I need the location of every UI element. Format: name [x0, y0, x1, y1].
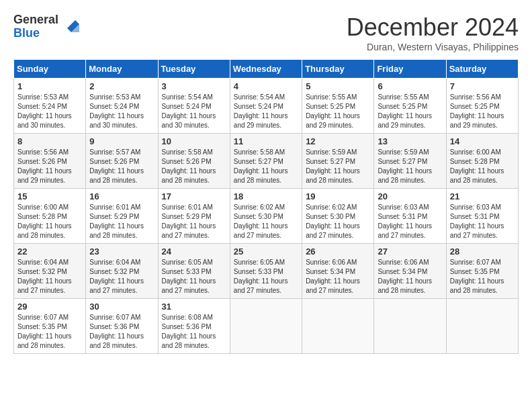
- table-row: 1 Sunrise: 5:53 AMSunset: 5:24 PMDayligh…: [14, 79, 86, 134]
- table-row: 29 Sunrise: 6:07 AMSunset: 5:35 PMDaylig…: [14, 299, 86, 354]
- day-info: Sunrise: 6:04 AMSunset: 5:32 PMDaylight:…: [89, 259, 144, 294]
- day-info: Sunrise: 5:55 AMSunset: 5:25 PMDaylight:…: [378, 93, 432, 129]
- header-thursday: Thursday: [302, 60, 374, 79]
- day-number: 5: [306, 81, 370, 91]
- day-number: 22: [17, 246, 82, 257]
- table-row: 3 Sunrise: 5:54 AMSunset: 5:24 PMDayligh…: [158, 79, 230, 134]
- calendar-row: 15 Sunrise: 6:00 AMSunset: 5:28 PMDaylig…: [14, 189, 519, 244]
- table-row: 15 Sunrise: 6:00 AMSunset: 5:28 PMDaylig…: [14, 189, 86, 244]
- table-row: 8 Sunrise: 5:56 AMSunset: 5:26 PMDayligh…: [14, 134, 86, 189]
- day-number: 8: [17, 136, 82, 146]
- calendar-header-row: Sunday Monday Tuesday Wednesday Thursday…: [14, 60, 519, 79]
- table-row: 9 Sunrise: 5:57 AMSunset: 5:26 PMDayligh…: [86, 134, 158, 189]
- table-row: [374, 299, 446, 354]
- logo-general: General: [13, 13, 58, 27]
- table-row: 18 Sunrise: 6:02 AMSunset: 5:30 PMDaylig…: [230, 189, 302, 244]
- table-row: 4 Sunrise: 5:54 AMSunset: 5:24 PMDayligh…: [230, 79, 302, 134]
- table-row: 28 Sunrise: 6:07 AMSunset: 5:35 PMDaylig…: [446, 244, 518, 299]
- day-info: Sunrise: 5:57 AMSunset: 5:26 PMDaylight:…: [89, 148, 144, 184]
- table-row: 31 Sunrise: 6:08 AMSunset: 5:36 PMDaylig…: [158, 299, 230, 354]
- logo-text: General Blue: [13, 13, 58, 40]
- month-title: December 2024: [347, 13, 519, 42]
- day-number: 2: [89, 81, 154, 91]
- table-row: [446, 299, 518, 354]
- day-info: Sunrise: 6:01 AMSunset: 5:29 PMDaylight:…: [89, 203, 144, 239]
- day-info: Sunrise: 6:07 AMSunset: 5:35 PMDaylight:…: [17, 314, 72, 349]
- table-row: [302, 299, 374, 354]
- day-number: 3: [162, 81, 226, 91]
- day-info: Sunrise: 5:54 AMSunset: 5:24 PMDaylight:…: [162, 93, 216, 129]
- day-number: 31: [162, 302, 226, 312]
- day-info: Sunrise: 6:02 AMSunset: 5:30 PMDaylight:…: [306, 203, 360, 239]
- table-row: 23 Sunrise: 6:04 AMSunset: 5:32 PMDaylig…: [86, 244, 158, 299]
- table-row: 27 Sunrise: 6:06 AMSunset: 5:34 PMDaylig…: [374, 244, 446, 299]
- day-number: 29: [17, 302, 82, 312]
- table-row: 5 Sunrise: 5:55 AMSunset: 5:25 PMDayligh…: [302, 79, 374, 134]
- logo-icon: [60, 15, 81, 35]
- table-row: 25 Sunrise: 6:05 AMSunset: 5:33 PMDaylig…: [230, 244, 302, 299]
- day-number: 25: [234, 246, 298, 257]
- header-monday: Monday: [86, 60, 158, 79]
- table-row: 2 Sunrise: 5:53 AMSunset: 5:24 PMDayligh…: [86, 79, 158, 134]
- day-number: 4: [234, 81, 298, 91]
- day-number: 16: [89, 191, 154, 201]
- table-row: 16 Sunrise: 6:01 AMSunset: 5:29 PMDaylig…: [86, 189, 158, 244]
- table-row: 14 Sunrise: 6:00 AMSunset: 5:28 PMDaylig…: [446, 134, 518, 189]
- header-wednesday: Wednesday: [230, 60, 302, 79]
- day-info: Sunrise: 6:07 AMSunset: 5:36 PMDaylight:…: [89, 314, 144, 349]
- day-info: Sunrise: 6:05 AMSunset: 5:33 PMDaylight:…: [162, 259, 216, 294]
- day-info: Sunrise: 5:55 AMSunset: 5:25 PMDaylight:…: [306, 93, 360, 129]
- logo-blue: Blue: [13, 27, 58, 40]
- day-info: Sunrise: 5:54 AMSunset: 5:24 PMDaylight:…: [234, 93, 288, 129]
- day-info: Sunrise: 5:59 AMSunset: 5:27 PMDaylight:…: [306, 148, 360, 184]
- day-info: Sunrise: 6:08 AMSunset: 5:36 PMDaylight:…: [162, 314, 216, 349]
- day-info: Sunrise: 5:53 AMSunset: 5:24 PMDaylight:…: [89, 93, 144, 129]
- day-number: 13: [378, 136, 442, 146]
- day-info: Sunrise: 5:56 AMSunset: 5:25 PMDaylight:…: [450, 93, 504, 129]
- day-number: 15: [17, 191, 82, 201]
- day-info: Sunrise: 6:07 AMSunset: 5:35 PMDaylight:…: [450, 259, 504, 294]
- table-row: 10 Sunrise: 5:58 AMSunset: 5:26 PMDaylig…: [158, 134, 230, 189]
- day-number: 11: [234, 136, 298, 146]
- day-info: Sunrise: 6:06 AMSunset: 5:34 PMDaylight:…: [378, 259, 432, 294]
- day-number: 30: [89, 302, 154, 312]
- table-row: 11 Sunrise: 5:58 AMSunset: 5:27 PMDaylig…: [230, 134, 302, 189]
- table-row: 26 Sunrise: 6:06 AMSunset: 5:34 PMDaylig…: [302, 244, 374, 299]
- day-info: Sunrise: 6:00 AMSunset: 5:28 PMDaylight:…: [17, 203, 72, 239]
- table-row: 20 Sunrise: 6:03 AMSunset: 5:31 PMDaylig…: [374, 189, 446, 244]
- table-row: 21 Sunrise: 6:03 AMSunset: 5:31 PMDaylig…: [446, 189, 518, 244]
- day-info: Sunrise: 5:56 AMSunset: 5:26 PMDaylight:…: [17, 148, 72, 184]
- day-number: 10: [162, 136, 226, 146]
- day-number: 23: [89, 246, 154, 257]
- table-row: 7 Sunrise: 5:56 AMSunset: 5:25 PMDayligh…: [446, 79, 518, 134]
- day-number: 17: [162, 191, 226, 201]
- calendar-row: 8 Sunrise: 5:56 AMSunset: 5:26 PMDayligh…: [14, 134, 519, 189]
- day-number: 9: [89, 136, 154, 146]
- day-number: 7: [450, 81, 515, 91]
- table-row: 6 Sunrise: 5:55 AMSunset: 5:25 PMDayligh…: [374, 79, 446, 134]
- logo: General Blue: [13, 13, 81, 40]
- day-info: Sunrise: 6:04 AMSunset: 5:32 PMDaylight:…: [17, 259, 72, 294]
- day-number: 12: [306, 136, 370, 146]
- title-section: December 2024 Duran, Western Visayas, Ph…: [347, 13, 519, 52]
- table-row: 12 Sunrise: 5:59 AMSunset: 5:27 PMDaylig…: [302, 134, 374, 189]
- table-row: 24 Sunrise: 6:05 AMSunset: 5:33 PMDaylig…: [158, 244, 230, 299]
- page-header: General Blue December 2024 Duran, Wester…: [13, 13, 519, 52]
- day-info: Sunrise: 6:03 AMSunset: 5:31 PMDaylight:…: [378, 203, 432, 239]
- calendar-row: 1 Sunrise: 5:53 AMSunset: 5:24 PMDayligh…: [14, 79, 519, 134]
- header-friday: Friday: [374, 60, 446, 79]
- day-number: 6: [378, 81, 442, 91]
- day-info: Sunrise: 5:59 AMSunset: 5:27 PMDaylight:…: [378, 148, 432, 184]
- header-saturday: Saturday: [446, 60, 518, 79]
- calendar-row: 29 Sunrise: 6:07 AMSunset: 5:35 PMDaylig…: [14, 299, 519, 354]
- table-row: 13 Sunrise: 5:59 AMSunset: 5:27 PMDaylig…: [374, 134, 446, 189]
- day-number: 26: [306, 246, 370, 257]
- day-number: 27: [378, 246, 442, 257]
- day-number: 21: [450, 191, 515, 201]
- day-info: Sunrise: 6:06 AMSunset: 5:34 PMDaylight:…: [306, 259, 360, 294]
- header-sunday: Sunday: [14, 60, 86, 79]
- calendar-table: Sunday Monday Tuesday Wednesday Thursday…: [13, 59, 519, 354]
- day-number: 28: [450, 246, 515, 257]
- day-info: Sunrise: 5:58 AMSunset: 5:26 PMDaylight:…: [162, 148, 216, 184]
- table-row: 17 Sunrise: 6:01 AMSunset: 5:29 PMDaylig…: [158, 189, 230, 244]
